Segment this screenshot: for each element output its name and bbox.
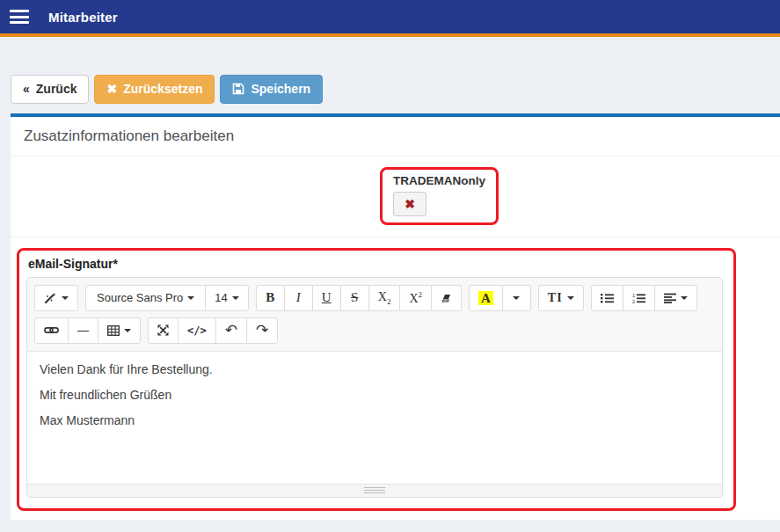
undo-icon: ↶ [225, 323, 237, 338]
unordered-list-button[interactable] [591, 285, 623, 311]
grip-icon [364, 487, 385, 493]
horizontal-rule-icon: — [77, 324, 89, 337]
font-family-value: Source Sans Pro [97, 291, 183, 304]
caret-down-icon [567, 296, 574, 300]
signature-field: eMail-Signatur* [11, 237, 780, 511]
trademan-highlight-box: TRADEMANonly ✖ [380, 167, 499, 225]
svg-text:2: 2 [632, 298, 635, 302]
paragraph-align-button[interactable] [654, 285, 697, 311]
paragraph-align-icon [664, 293, 676, 303]
underline-icon: U [322, 290, 332, 305]
link-icon [44, 325, 59, 335]
bold-icon: B [266, 290, 274, 305]
fullscreen-button[interactable] [148, 317, 179, 344]
save-button[interactable]: Speichern [220, 75, 323, 104]
page-title: Mitarbeiter [48, 10, 118, 25]
signature-highlight-box: eMail-Signatur* [17, 248, 736, 511]
app-header: Mitarbeiter [0, 0, 780, 37]
back-button-label: Zurück [36, 82, 77, 97]
color-group: A [469, 285, 531, 311]
editor-toolbar-row-1: Source Sans Pro 14 B I U [34, 285, 715, 311]
floppy-disk-icon [232, 83, 244, 95]
italic-button[interactable]: I [284, 285, 313, 311]
font-size-value: 14 [215, 291, 227, 304]
font-family-button[interactable]: Source Sans Pro [85, 285, 206, 311]
subscript-button[interactable]: X2 [368, 285, 401, 311]
remove-trademan-button[interactable]: ✖ [393, 192, 426, 216]
signature-line: Max Mustermann [40, 413, 710, 427]
undo-button[interactable]: ↶ [215, 317, 247, 344]
editor-content-area[interactable]: Vielen Dank für Ihre Bestellung. Mit fre… [27, 352, 722, 484]
x-icon: ✖ [106, 82, 117, 97]
caret-down-icon [124, 329, 131, 332]
format-group: B I U S X2 X2 [256, 285, 462, 311]
ordered-list-icon: 12 [632, 293, 645, 303]
style-group [34, 285, 78, 311]
editor-resize-handle[interactable] [27, 484, 722, 497]
signature-line: Mit freundlichen Grüßen [40, 388, 710, 402]
action-toolbar: « Zurück ✖ Zurücksetzen Speichern [0, 37, 780, 104]
insert-link-button[interactable] [34, 317, 69, 344]
insert-table-button[interactable] [98, 317, 141, 344]
trademan-field: TRADEMANonly ✖ [11, 157, 780, 237]
font-size-button[interactable]: 14 [205, 285, 248, 311]
x-icon: ✖ [405, 198, 415, 210]
reset-button[interactable]: ✖ Zurücksetzen [94, 75, 215, 104]
redo-button[interactable]: ↷ [246, 317, 278, 344]
section-heading: Zusatzinformationen bearbeiten [11, 117, 780, 156]
text-color-icon: A [478, 291, 493, 306]
table-icon [107, 325, 120, 336]
richtext-editor: Source Sans Pro 14 B I U [26, 277, 723, 498]
chevrons-left-icon: « [23, 82, 30, 97]
save-button-label: Speichern [251, 82, 310, 97]
signature-line: Vielen Dank für Ihre Bestellung. [40, 362, 710, 376]
unordered-list-icon [601, 293, 614, 303]
magic-wand-icon [44, 292, 57, 304]
menu-icon[interactable] [10, 10, 29, 24]
text-height-icon: TI [548, 291, 563, 305]
superscript-icon: X2 [409, 290, 422, 306]
height-group: TI [538, 285, 584, 311]
caret-down-icon [681, 296, 688, 300]
view-group: </> ↶ ↷ [148, 317, 278, 344]
fullscreen-icon [157, 324, 169, 336]
content-panel: Zusatzinformationen bearbeiten TRADEMANo… [11, 113, 780, 520]
paragraph-group: 12 [591, 285, 697, 311]
back-button[interactable]: « Zurück [11, 75, 89, 104]
editor-toolbar: Source Sans Pro 14 B I U [27, 278, 722, 352]
reset-button-label: Zurücksetzen [123, 82, 202, 97]
magic-style-button[interactable] [34, 285, 78, 311]
codeview-button[interactable]: </> [178, 317, 216, 344]
trademan-label: TRADEMANonly [393, 174, 485, 187]
ordered-list-button[interactable]: 12 [623, 285, 655, 311]
caret-down-icon [62, 296, 69, 300]
clear-format-button[interactable] [431, 285, 462, 311]
insert-group: — [34, 317, 141, 344]
subscript-icon: X2 [378, 290, 391, 306]
superscript-button[interactable]: X2 [399, 285, 432, 311]
italic-icon: I [296, 290, 301, 305]
redo-icon: ↷ [256, 323, 268, 338]
font-group: Source Sans Pro 14 [85, 285, 249, 311]
editor-toolbar-row-2: — [34, 317, 715, 344]
eraser-icon [441, 293, 452, 303]
caret-down-icon [187, 296, 194, 300]
text-color-button[interactable]: A [469, 285, 503, 311]
signature-label: eMail-Signatur* [28, 257, 726, 271]
text-height-button[interactable]: TI [538, 285, 584, 311]
bold-button[interactable]: B [256, 285, 285, 311]
underline-button[interactable]: U [312, 285, 341, 311]
code-icon: </> [187, 324, 207, 337]
horizontal-rule-button[interactable]: — [68, 317, 98, 344]
caret-down-icon [232, 296, 239, 300]
text-color-dropdown-button[interactable] [502, 285, 531, 311]
caret-down-icon [513, 296, 520, 300]
strikethrough-icon: S [351, 290, 358, 305]
svg-text:1: 1 [632, 293, 635, 298]
strikethrough-button[interactable]: S [340, 285, 369, 311]
